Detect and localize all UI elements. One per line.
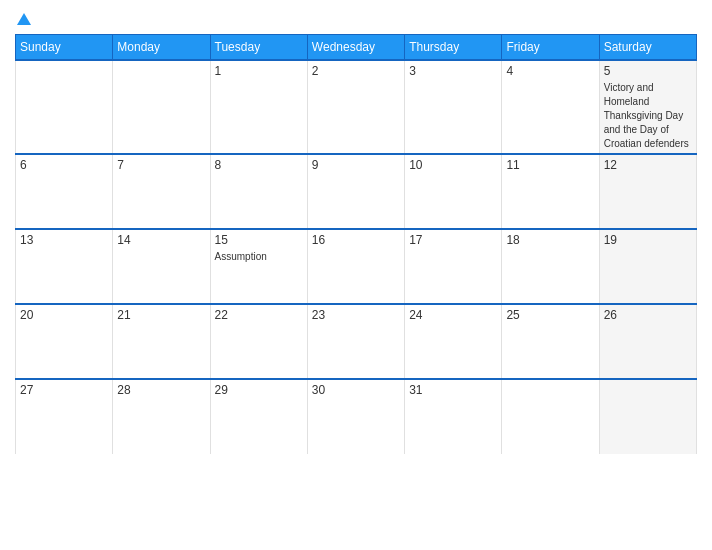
logo-triangle-icon (17, 13, 31, 25)
day-cell: 12 (599, 154, 696, 229)
day-number: 30 (312, 383, 400, 397)
day-number: 15 (215, 233, 303, 247)
day-number: 10 (409, 158, 497, 172)
week-row-1: 12345Victory and Homeland Thanksgiving D… (16, 60, 697, 154)
day-cell: 29 (210, 379, 307, 454)
day-number: 8 (215, 158, 303, 172)
day-cell: 25 (502, 304, 599, 379)
day-cell: 10 (405, 154, 502, 229)
week-row-2: 6789101112 (16, 154, 697, 229)
weekday-header-thursday: Thursday (405, 35, 502, 61)
day-number: 18 (506, 233, 594, 247)
day-cell: 15Assumption (210, 229, 307, 304)
day-cell: 2 (307, 60, 404, 154)
day-cell: 22 (210, 304, 307, 379)
day-number: 28 (117, 383, 205, 397)
calendar-container: SundayMondayTuesdayWednesdayThursdayFrid… (0, 0, 712, 550)
day-number: 14 (117, 233, 205, 247)
weekday-header-saturday: Saturday (599, 35, 696, 61)
day-number: 7 (117, 158, 205, 172)
day-cell: 8 (210, 154, 307, 229)
day-number: 4 (506, 64, 594, 78)
day-number: 3 (409, 64, 497, 78)
day-cell: 31 (405, 379, 502, 454)
day-number: 2 (312, 64, 400, 78)
day-cell: 23 (307, 304, 404, 379)
day-number: 19 (604, 233, 692, 247)
day-cell: 4 (502, 60, 599, 154)
weekday-header-friday: Friday (502, 35, 599, 61)
day-number: 21 (117, 308, 205, 322)
day-cell: 24 (405, 304, 502, 379)
day-cell: 7 (113, 154, 210, 229)
day-cell (502, 379, 599, 454)
weekday-header-monday: Monday (113, 35, 210, 61)
day-number: 26 (604, 308, 692, 322)
day-cell: 11 (502, 154, 599, 229)
day-cell: 18 (502, 229, 599, 304)
day-number: 27 (20, 383, 108, 397)
day-cell (599, 379, 696, 454)
logo-top (15, 10, 31, 26)
day-cell (16, 60, 113, 154)
day-cell: 1 (210, 60, 307, 154)
day-cell: 19 (599, 229, 696, 304)
weekday-header-tuesday: Tuesday (210, 35, 307, 61)
day-number: 1 (215, 64, 303, 78)
day-cell: 26 (599, 304, 696, 379)
day-cell: 27 (16, 379, 113, 454)
calendar-table: SundayMondayTuesdayWednesdayThursdayFrid… (15, 34, 697, 454)
week-row-5: 2728293031 (16, 379, 697, 454)
weekday-header-sunday: Sunday (16, 35, 113, 61)
day-number: 25 (506, 308, 594, 322)
logo (15, 10, 31, 26)
day-number: 16 (312, 233, 400, 247)
day-cell: 5Victory and Homeland Thanksgiving Day a… (599, 60, 696, 154)
day-number: 24 (409, 308, 497, 322)
day-number: 12 (604, 158, 692, 172)
day-number: 6 (20, 158, 108, 172)
day-cell: 28 (113, 379, 210, 454)
day-cell: 17 (405, 229, 502, 304)
day-number: 11 (506, 158, 594, 172)
week-row-3: 131415Assumption16171819 (16, 229, 697, 304)
day-number: 5 (604, 64, 692, 78)
day-number: 31 (409, 383, 497, 397)
day-cell: 13 (16, 229, 113, 304)
day-cell: 14 (113, 229, 210, 304)
day-number: 20 (20, 308, 108, 322)
day-cell: 20 (16, 304, 113, 379)
holiday-text: Assumption (215, 251, 267, 262)
day-cell: 3 (405, 60, 502, 154)
day-number: 22 (215, 308, 303, 322)
holiday-text: Victory and Homeland Thanksgiving Day an… (604, 82, 689, 149)
weekday-header-wednesday: Wednesday (307, 35, 404, 61)
day-cell: 9 (307, 154, 404, 229)
day-number: 9 (312, 158, 400, 172)
day-number: 13 (20, 233, 108, 247)
header (15, 10, 697, 26)
day-cell: 16 (307, 229, 404, 304)
day-cell (113, 60, 210, 154)
day-number: 17 (409, 233, 497, 247)
day-number: 29 (215, 383, 303, 397)
day-number: 23 (312, 308, 400, 322)
week-row-4: 20212223242526 (16, 304, 697, 379)
weekday-header-row: SundayMondayTuesdayWednesdayThursdayFrid… (16, 35, 697, 61)
day-cell: 21 (113, 304, 210, 379)
day-cell: 6 (16, 154, 113, 229)
day-cell: 30 (307, 379, 404, 454)
